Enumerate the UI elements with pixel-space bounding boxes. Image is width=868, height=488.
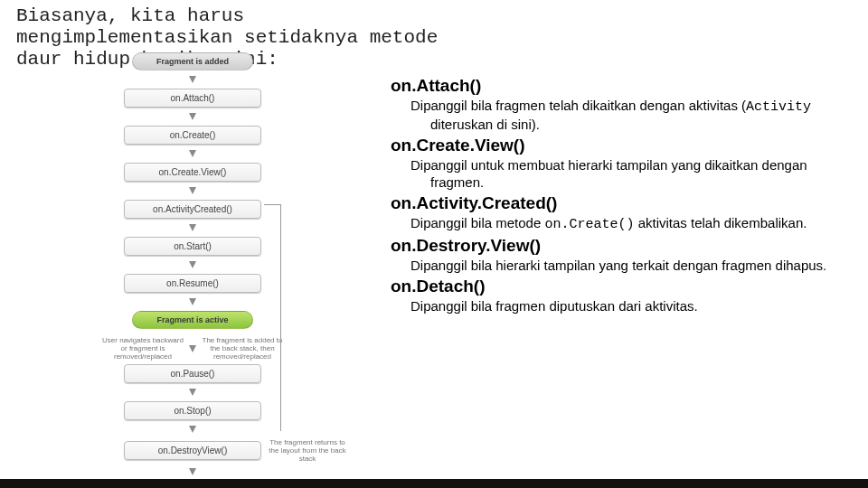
method-ondetach-desc: Dipanggil bila fragmen diputuskan dari a… xyxy=(410,297,852,314)
method-oncreateview-title: on.Create.View() xyxy=(391,136,852,155)
method-ondestroyview-desc: Dipanggil bila hierarki tampilan yang te… xyxy=(410,257,852,274)
note-navback: User navigates backward or fragment is r… xyxy=(102,336,184,361)
method-ondestroyview-title: on.Destrory.View() xyxy=(391,236,852,256)
method-onattach-title: on.Attach() xyxy=(391,76,852,96)
bubble-added: Fragment is added xyxy=(132,52,253,70)
pill-onattach: on.Attach() xyxy=(124,89,261,108)
pill-onpause: on.Pause() xyxy=(124,364,261,383)
pill-oncreate: on.Create() xyxy=(124,126,261,145)
pill-oncreateview: on.Create.View() xyxy=(124,163,261,182)
bubble-active: Fragment is active xyxy=(132,311,253,329)
pill-onactivitycreated: on.ActivityCreated() xyxy=(124,200,261,219)
note-fromback: The fragment returns to the layout from … xyxy=(267,438,348,463)
pill-onresume: on.Resume() xyxy=(124,274,261,293)
method-ondetach-title: on.Detach() xyxy=(391,277,852,296)
method-oncreateview-desc: Dipanggil untuk membuat hierarki tampila… xyxy=(410,156,852,191)
method-list: on.Attach() Dipanggil bila fragmen telah… xyxy=(391,74,852,317)
method-onactivitycreated-title: on.Activity.Created() xyxy=(391,193,852,213)
method-onactivitycreated-desc: Dipanggil bila metode on.Create() aktivi… xyxy=(410,214,852,233)
pill-onstop: on.Stop() xyxy=(124,401,261,420)
footer-bar xyxy=(0,479,868,488)
pill-ondestroyview: on.DestroyView() xyxy=(124,441,261,460)
method-onattach-desc: Dipanggil bila fragmen telah dikaitkan d… xyxy=(410,97,852,133)
lifecycle-diagram: Fragment is added on.Attach() on.Create(… xyxy=(16,52,369,488)
pill-onstart: on.Start() xyxy=(124,237,261,256)
